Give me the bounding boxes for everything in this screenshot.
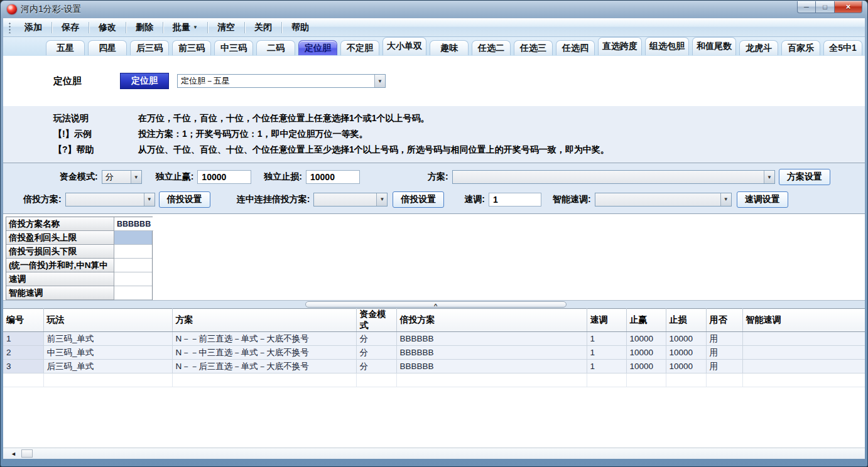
tab-zhongsanma[interactable]: 中三码 <box>214 40 253 55</box>
info-text: 投注方案：1；开奖号码万位：1，即中定位胆万位一等奖。 <box>138 129 368 140</box>
table-row[interactable]: 1 前三码_单式 N－－前三直选－单式－大底不换号 分 BBBBBB 1 100… <box>3 332 865 346</box>
dropdown-arrow-icon[interactable]: ▼ <box>144 193 155 206</box>
tab-qiansanma[interactable]: 前三码 <box>172 40 211 55</box>
table-row[interactable]: 3 后三码_单式 N－－后三直选－单式－大底不换号 分 BBBBBB 1 100… <box>3 360 865 373</box>
tab-zhixuan-kuadu[interactable]: 直选跨度 <box>598 37 642 55</box>
fund-mode-select[interactable]: 分 ▼ <box>102 170 142 184</box>
toolbar-delete-button[interactable]: 删除 <box>127 21 161 35</box>
bet-plan-select[interactable]: ▼ <box>65 193 155 207</box>
cell-id[interactable]: 3 <box>3 360 43 373</box>
play-mode-select[interactable]: 定位胆－五星 ▼ <box>177 74 386 88</box>
cell-plan[interactable]: N－－后三直选－单式－大底不换号 <box>172 360 356 373</box>
tab-hezhi-weishu[interactable]: 和值尾数 <box>692 37 736 55</box>
tab-zuxuan-baodan[interactable]: 组选包胆 <box>645 37 689 55</box>
cell-play[interactable]: 中三码_单式 <box>43 346 172 360</box>
tab-renxuan-er[interactable]: 任选二 <box>472 40 511 55</box>
tab-quwei[interactable]: 趣味 <box>430 40 469 55</box>
toolbar-modify-button[interactable]: 修改 <box>90 21 124 35</box>
cell-play[interactable]: 前三码_单式 <box>43 332 172 346</box>
dingweidan-button[interactable]: 定位胆 <box>120 73 169 89</box>
maximize-button[interactable]: □ <box>816 1 835 13</box>
stop-win-input[interactable] <box>197 170 251 184</box>
cell-id[interactable]: 2 <box>3 346 43 360</box>
cell-enabled[interactable]: 用 <box>706 360 742 373</box>
titlebar[interactable]: 河内1分彩-设置 ─ □ × <box>1 1 867 18</box>
fund-mode-label: 资金模式: <box>60 171 98 183</box>
speed-input[interactable] <box>489 193 541 207</box>
tab-longhudou[interactable]: 龙虎斗 <box>739 40 778 55</box>
plan-select[interactable]: ▼ <box>452 170 775 184</box>
cell-bet-plan[interactable]: BBBBBB <box>396 346 587 360</box>
bet-settings-button[interactable]: 倍投设置 <box>159 191 210 208</box>
cell-speed[interactable]: 1 <box>587 332 626 346</box>
property-value-cell[interactable] <box>114 245 152 259</box>
cell-plan[interactable]: N－－前三直选－单式－大底不换号 <box>172 332 356 346</box>
dropdown-arrow-icon[interactable]: ▼ <box>764 171 774 183</box>
plan-settings-button[interactable]: 方案设置 <box>779 169 830 185</box>
stop-loss-input[interactable] <box>306 170 360 184</box>
smart-speed-select[interactable]: ▼ <box>595 193 732 207</box>
scrollbar-thumb[interactable] <box>21 449 33 458</box>
toolbar-close-button[interactable]: 关闭 <box>246 21 280 35</box>
property-value-cell[interactable] <box>114 259 152 272</box>
tab-baijiale[interactable]: 百家乐 <box>781 40 820 55</box>
toolbar-batch-button[interactable]: 批量 ▼ <box>165 21 206 35</box>
cell-speed[interactable]: 1 <box>587 360 626 373</box>
cell-fund-mode[interactable]: 分 <box>356 360 396 373</box>
splitter-handle[interactable]: ∧ <box>305 301 567 308</box>
cell-smart-speed[interactable] <box>742 346 865 360</box>
chain-bet-settings-button[interactable]: 倍投设置 <box>393 191 444 208</box>
minimize-button[interactable]: ─ <box>797 1 816 13</box>
chain-bet-select[interactable]: ▼ <box>313 193 388 207</box>
column-header: 资金模式 <box>356 309 396 332</box>
tab-sixing[interactable]: 四星 <box>88 40 127 55</box>
cell-bet-plan[interactable]: BBBBBB <box>396 332 587 346</box>
tab-daxiaodanshuang[interactable]: 大小单双 <box>382 37 426 55</box>
speed-settings-button[interactable]: 速调设置 <box>737 191 788 208</box>
cell-stop-loss[interactable]: 10000 <box>666 346 706 360</box>
toolbar-add-button[interactable]: 添加 <box>16 21 50 35</box>
cell-plan[interactable]: N－－中三直选－单式－大底不换号 <box>172 346 356 360</box>
cell-smart-speed[interactable] <box>742 332 865 346</box>
property-value-cell[interactable] <box>114 286 152 300</box>
cell-smart-speed[interactable] <box>742 360 865 373</box>
cell-play[interactable]: 后三码_单式 <box>43 360 172 373</box>
toolbar-save-button[interactable]: 保存 <box>53 21 87 35</box>
tab-wuxing[interactable]: 五星 <box>46 40 85 55</box>
tab-renxuan-si[interactable]: 任选四 <box>556 40 595 55</box>
toolbar-grip-handle[interactable] <box>8 22 11 33</box>
dropdown-arrow-icon[interactable]: ▼ <box>720 193 731 206</box>
property-value-cell-selected[interactable] <box>114 231 152 245</box>
cell-stop-win[interactable]: 10000 <box>626 360 666 373</box>
close-button[interactable]: × <box>835 1 862 13</box>
dropdown-arrow-icon[interactable]: ▼ <box>131 171 141 183</box>
dropdown-arrow-icon[interactable]: ▼ <box>374 75 385 87</box>
tab-erma[interactable]: 二码 <box>256 40 295 55</box>
table-row[interactable]: 2 中三码_单式 N－－中三直选－单式－大底不换号 分 BBBBBB 1 100… <box>3 346 865 360</box>
cell-bet-plan[interactable]: BBBBBB <box>396 360 587 373</box>
toolbar-help-button[interactable]: 帮助 <box>283 21 317 35</box>
cell-stop-win[interactable]: 10000 <box>626 346 666 360</box>
cell-enabled[interactable]: 用 <box>706 346 742 360</box>
tab-quan5zhong1[interactable]: 全5中1 <box>823 40 862 55</box>
cell-enabled[interactable]: 用 <box>706 332 742 346</box>
toolbar-separator <box>281 22 282 33</box>
tab-renxuan-san[interactable]: 任选三 <box>514 40 553 55</box>
property-value-cell[interactable]: BBBBBB <box>114 217 153 231</box>
cell-fund-mode[interactable]: 分 <box>356 346 396 360</box>
tab-budingdan[interactable]: 不定胆 <box>340 40 379 55</box>
cell-speed[interactable]: 1 <box>587 346 626 360</box>
tab-dingweidan[interactable]: 定位胆 <box>298 40 337 55</box>
horizontal-scrollbar[interactable]: ◄ <box>3 448 865 459</box>
toolbar-clear-button[interactable]: 清空 <box>209 21 243 35</box>
dropdown-arrow-icon[interactable]: ▼ <box>376 193 387 206</box>
property-value-cell[interactable] <box>114 272 152 286</box>
cell-id[interactable]: 1 <box>3 332 43 346</box>
cell-stop-win[interactable]: 10000 <box>626 332 666 346</box>
scroll-left-arrow-icon[interactable]: ◄ <box>11 451 16 457</box>
cell-fund-mode[interactable]: 分 <box>356 332 396 346</box>
tab-housanma[interactable]: 后三码 <box>130 40 169 55</box>
cell-stop-loss[interactable]: 10000 <box>666 332 706 346</box>
property-label: (统一倍投)并和时,中N算中 <box>6 259 114 272</box>
cell-stop-loss[interactable]: 10000 <box>666 360 706 373</box>
